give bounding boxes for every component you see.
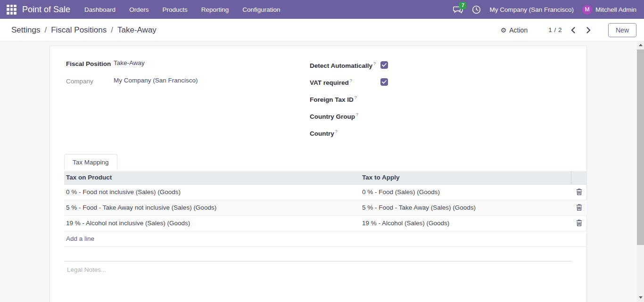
country-label: Country? <box>310 129 380 137</box>
chevron-left-icon <box>570 27 576 33</box>
cell-tax-to-apply[interactable]: 0 % - Food (Sales) (Goods) <box>360 184 571 200</box>
apps-grid-icon[interactable] <box>7 5 17 15</box>
table-header-row: Tax on Product Tax to Apply <box>64 171 587 184</box>
field-foreign-tax-id: Foreign Tax ID? <box>310 93 570 105</box>
table-row: 19 % - Alcohol not inclusive (Sales) (Go… <box>64 215 587 231</box>
vat-required-checkbox[interactable] <box>380 78 388 86</box>
chevron-right-icon <box>586 27 591 33</box>
country-group-input[interactable] <box>380 112 484 120</box>
menu-orders[interactable]: Orders <box>128 4 149 15</box>
company-label: Company <box>66 77 114 85</box>
systray: 7 My Company (San Francisco) M Mitchell … <box>453 5 636 15</box>
help-icon[interactable]: ? <box>350 78 352 83</box>
delete-row-button[interactable] <box>575 188 583 196</box>
field-company: Company My Company (San Francisco) <box>66 77 310 87</box>
pager-next-button[interactable] <box>584 26 593 34</box>
breadcrumb: Settings / Fiscal Positions / Take-Away <box>11 25 157 35</box>
form-sheet: Fiscal Position Take-Away Company My Com… <box>50 46 587 302</box>
tax-mapping-table: Tax on Product Tax to Apply 0 % - Food n… <box>64 171 587 247</box>
foreign-tax-id-input[interactable] <box>380 95 484 103</box>
trash-icon <box>576 204 582 211</box>
user-avatar: M <box>582 5 592 15</box>
control-panel: Settings / Fiscal Positions / Take-Away … <box>0 19 644 41</box>
breadcrumb-separator: / <box>111 25 113 35</box>
table-row: 0 % - Food not inclusive (Sales) (Goods)… <box>64 184 587 200</box>
pager-value: 1 / 2 <box>548 26 562 33</box>
main-menu: Dashboard Orders Products Reporting Conf… <box>83 4 281 15</box>
scrollbar-thumb[interactable] <box>637 49 644 245</box>
table-row: 5 % - Food - Take Away not inclusive (Sa… <box>64 200 587 215</box>
checkmark-icon <box>382 80 387 84</box>
top-navbar: Point of Sale Dashboard Orders Products … <box>0 0 644 19</box>
messages-button[interactable]: 7 <box>453 5 463 14</box>
new-button[interactable]: New <box>608 23 636 37</box>
app-brand[interactable]: Point of Sale <box>22 5 70 15</box>
user-menu[interactable]: M Mitchell Admin <box>582 5 636 15</box>
help-icon[interactable]: ? <box>373 61 376 66</box>
scrollbar-up-arrow[interactable] <box>637 41 644 49</box>
header-delete-column <box>571 171 587 184</box>
fiscal-position-label: Fiscal Position <box>66 59 114 67</box>
field-fiscal-position: Fiscal Position Take-Away <box>66 59 310 70</box>
control-panel-right: ⚙ Action 1 / 2 New <box>501 23 636 37</box>
fiscal-position-input[interactable]: Take-Away <box>114 59 145 66</box>
checkmark-icon <box>382 63 387 67</box>
cell-tax-on-product[interactable]: 0 % - Food not inclusive (Sales) (Goods) <box>64 184 360 200</box>
help-icon[interactable]: ? <box>355 95 357 100</box>
add-a-line-link[interactable]: Add a line <box>64 231 587 246</box>
cell-tax-on-product[interactable]: 5 % - Food - Take Away not inclusive (Sa… <box>64 200 360 215</box>
action-label: Action <box>509 26 528 34</box>
cell-tax-on-product[interactable]: 19 % - Alcohol not inclusive (Sales) (Go… <box>64 215 360 231</box>
fields-right-column: Detect Automatically? VAT required? <box>310 59 570 144</box>
trash-icon <box>576 188 582 196</box>
breadcrumb-current: Take-Away <box>117 25 157 35</box>
breadcrumb-fiscal-positions[interactable]: Fiscal Positions <box>51 25 107 35</box>
help-icon[interactable]: ? <box>335 129 338 134</box>
detect-automatically-checkbox[interactable] <box>380 61 388 69</box>
vertical-scrollbar[interactable] <box>637 41 644 302</box>
gear-icon: ⚙ <box>501 27 507 33</box>
vat-required-label: VAT required? <box>310 78 380 86</box>
menu-products[interactable]: Products <box>161 4 188 15</box>
foreign-tax-id-label: Foreign Tax ID? <box>310 95 380 103</box>
cell-tax-to-apply[interactable]: 19 % - Alcohol (Sales) (Goods) <box>360 215 571 231</box>
scrollbar-down-arrow[interactable] <box>637 294 644 301</box>
main-content: Fiscal Position Take-Away Company My Com… <box>0 41 644 302</box>
message-count-badge: 7 <box>459 2 466 9</box>
legal-notes-input[interactable]: Legal Notes... <box>67 266 586 294</box>
menu-dashboard[interactable]: Dashboard <box>83 4 116 15</box>
add-line-row: Add a line <box>64 231 587 246</box>
field-grid: Fiscal Position Take-Away Company My Com… <box>50 59 586 144</box>
header-tax-on-product[interactable]: Tax on Product <box>64 171 360 184</box>
user-name: Mitchell Admin <box>595 6 636 13</box>
header-tax-to-apply[interactable]: Tax to Apply <box>360 171 571 184</box>
cell-tax-to-apply[interactable]: 5 % - Food - Take Away (Sales) (Goods) <box>360 200 571 215</box>
field-country: Country? <box>310 127 570 139</box>
field-vat-required: VAT required? <box>310 76 570 88</box>
breadcrumb-settings[interactable]: Settings <box>11 25 40 35</box>
action-menu-button[interactable]: ⚙ Action <box>501 26 528 34</box>
field-country-group: Country Group? <box>310 110 570 122</box>
activities-button[interactable] <box>472 5 481 14</box>
delete-row-button[interactable] <box>575 203 583 212</box>
tab-tax-mapping[interactable]: Tax Mapping <box>64 154 117 170</box>
company-switcher[interactable]: My Company (San Francisco) <box>489 6 574 13</box>
menu-configuration[interactable]: Configuration <box>241 4 281 15</box>
detect-automatically-label: Detect Automatically? <box>310 61 380 69</box>
fields-left-column: Fiscal Position Take-Away Company My Com… <box>66 59 310 144</box>
notebook-tabs: Tax Mapping <box>64 154 586 170</box>
company-value[interactable]: My Company (San Francisco) <box>114 77 198 84</box>
clock-icon <box>472 5 481 14</box>
breadcrumb-separator: / <box>44 25 47 35</box>
delete-row-button[interactable] <box>575 219 583 228</box>
menu-reporting[interactable]: Reporting <box>200 4 230 15</box>
trash-icon <box>576 220 582 227</box>
section-divider <box>64 261 572 261</box>
help-icon[interactable]: ? <box>356 112 358 117</box>
pager-previous-button[interactable] <box>569 26 578 34</box>
field-detect-automatically: Detect Automatically? <box>310 59 570 71</box>
country-input[interactable] <box>380 129 484 137</box>
country-group-label: Country Group? <box>310 112 380 120</box>
